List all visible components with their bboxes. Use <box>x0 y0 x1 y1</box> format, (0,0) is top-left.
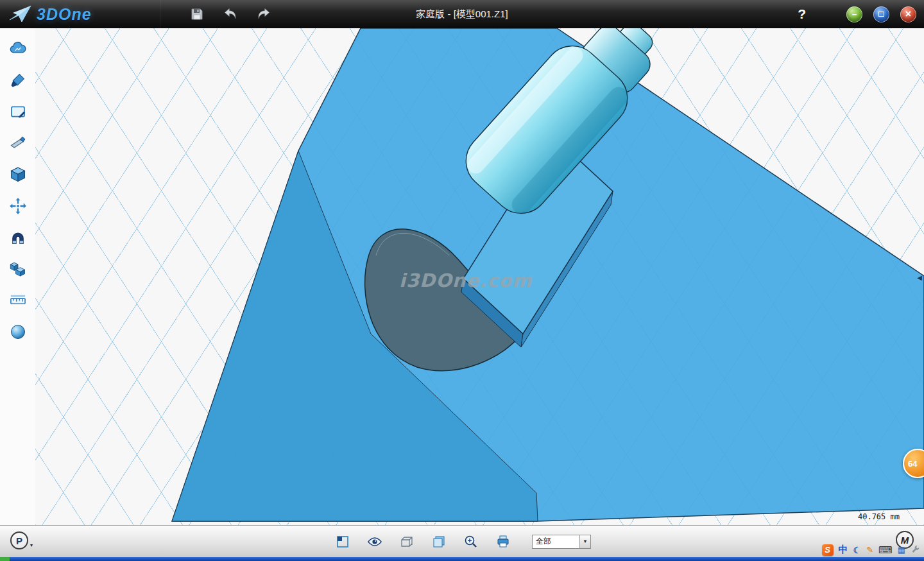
sogou-input-icon[interactable]: S <box>822 544 834 556</box>
filter-dropdown-caret-icon[interactable]: ▼ <box>579 535 590 548</box>
visibility-button[interactable] <box>365 532 384 551</box>
p-mode-button[interactable]: P <box>10 531 28 549</box>
titlebar-actions <box>187 4 273 24</box>
filter-select-value: 全部 <box>533 536 579 547</box>
sphere-icon <box>9 323 27 341</box>
redo-icon <box>256 6 271 22</box>
main-area: i3DOne.com 40.765 mm ◀ 64 <box>0 28 924 525</box>
solid-cube-icon <box>9 166 27 184</box>
print-button[interactable] <box>493 532 513 551</box>
measurement-readout: 40.765 mm <box>858 512 900 521</box>
restore-button[interactable] <box>873 6 889 22</box>
handwriting-icon[interactable]: ✎ <box>866 545 873 555</box>
sidebar-tool-brush[interactable] <box>5 67 31 93</box>
assembly-boxes-icon <box>9 260 27 278</box>
tool-sidebar <box>0 28 35 525</box>
p-dropdown-caret-icon[interactable]: ▾ <box>30 542 33 549</box>
toolbox-icon[interactable]: ▦ <box>898 545 905 555</box>
profile-button-group: P ▾ <box>10 531 33 549</box>
sidebar-tool-assembly[interactable] <box>5 256 31 282</box>
move-arrows-icon <box>9 197 27 215</box>
watermark: i3DOne.com <box>399 270 533 291</box>
zoom-icon <box>463 534 479 549</box>
app-name: 3DOne <box>37 5 92 24</box>
redo-button[interactable] <box>254 4 273 24</box>
save-button[interactable] <box>187 4 207 24</box>
datum-plane-icon <box>335 534 350 549</box>
save-icon <box>189 6 205 22</box>
window-title: 家庭版 - [模型001.Z1] <box>416 8 508 21</box>
view-tools: 全部 ▼ <box>333 532 591 551</box>
sidebar-tool-move[interactable] <box>5 193 31 219</box>
filter-select[interactable]: 全部 ▼ <box>532 535 591 549</box>
cloud-icon <box>9 40 27 58</box>
app-window: 3DOne <box>0 0 924 561</box>
minimize-button[interactable]: − <box>846 6 862 22</box>
wrench-icon[interactable] <box>911 545 920 555</box>
brush-icon <box>9 71 27 89</box>
app-logo: 3DOne <box>0 0 160 28</box>
fullwidth-moon-icon[interactable]: ☾ <box>853 545 862 555</box>
sidebar-tool-measure[interactable] <box>5 288 31 313</box>
paper-plane-icon <box>9 4 32 24</box>
eye-icon <box>367 534 382 549</box>
chinese-mode-icon[interactable]: 中 <box>839 544 848 556</box>
trim-knife-icon <box>9 134 27 152</box>
taskbar-strip <box>0 557 924 561</box>
sidebar-tool-trim[interactable] <box>5 130 31 156</box>
help-button[interactable]: ? <box>798 6 806 22</box>
sidebar-tool-render[interactable] <box>5 36 31 62</box>
sidebar-tool-magnet[interactable] <box>5 225 31 250</box>
scene-3d[interactable]: i3DOne.com <box>35 28 924 525</box>
sidebar-tool-sphere[interactable] <box>5 319 31 345</box>
display-mode-button[interactable] <box>397 532 416 551</box>
undo-icon <box>223 6 238 22</box>
printer-icon <box>495 534 511 549</box>
sketch-rectangle-icon <box>9 103 27 121</box>
sidebar-tool-solid[interactable] <box>5 162 31 187</box>
bottom-toolbar: P ▾ <box>0 525 924 557</box>
layers-button[interactable] <box>429 532 449 551</box>
viewport-3d[interactable]: i3DOne.com 40.765 mm ◀ 64 <box>35 28 924 525</box>
magnet-icon <box>9 229 27 246</box>
keyboard-icon[interactable]: ⌨ <box>878 544 893 556</box>
ruler-icon <box>9 291 27 309</box>
close-button[interactable]: × <box>900 6 916 22</box>
taskbar-green-segment <box>0 557 10 561</box>
zoom-window-button[interactable] <box>461 532 481 551</box>
ime-tray: S 中 ☾ ✎ ⌨ ▦ <box>822 544 920 556</box>
titlebar-right: ? − × <box>798 6 924 22</box>
display-cube-icon <box>399 534 415 549</box>
panel-collapse-arrow-icon[interactable]: ◀ <box>915 268 924 286</box>
title-bar: 3DOne <box>0 0 924 28</box>
undo-button[interactable] <box>221 4 240 24</box>
layers-icon <box>431 534 447 549</box>
restore-icon <box>878 12 884 17</box>
datum-plane-button[interactable] <box>333 532 352 551</box>
sidebar-tool-sketch[interactable] <box>5 99 31 125</box>
taskbar-blue-segment <box>10 557 924 561</box>
